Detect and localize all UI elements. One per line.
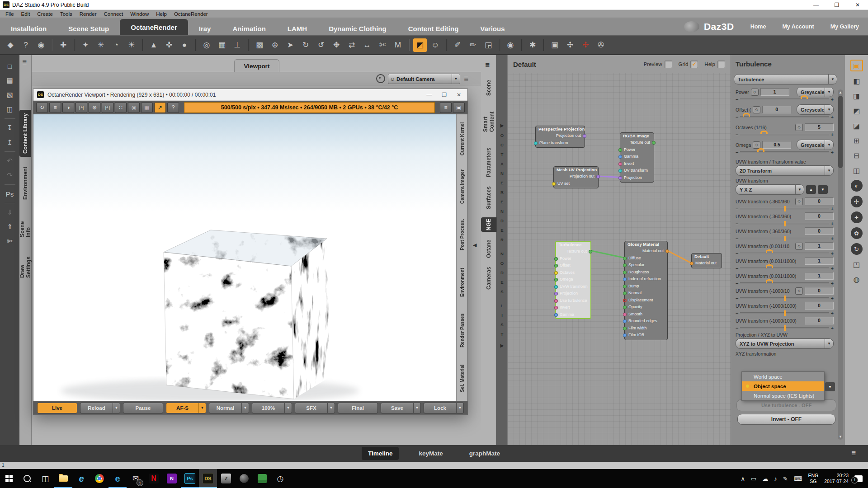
- slider-knob[interactable]: [784, 206, 786, 211]
- start-button[interactable]: [0, 469, 18, 488]
- slider-track[interactable]: [740, 116, 829, 118]
- daz-studio-icon[interactable]: ◆: [4, 38, 17, 52]
- scale-icon[interactable]: ↔: [360, 38, 374, 52]
- tab-timeline[interactable]: Timeline: [362, 447, 399, 460]
- slider-knob[interactable]: [784, 236, 786, 241]
- panel-layout-6-icon[interactable]: ⊟: [851, 150, 863, 161]
- link-home[interactable]: Home: [750, 23, 766, 30]
- workspace-icon[interactable]: ▣: [850, 60, 863, 71]
- daz-studio[interactable]: DS: [199, 469, 217, 488]
- action-center-icon[interactable]: 1: [854, 475, 863, 482]
- menu-file[interactable]: File: [2, 11, 18, 17]
- globe-icon[interactable]: ◍: [851, 274, 863, 285]
- pointer-icon[interactable]: ➤: [283, 38, 297, 52]
- slider-knob[interactable]: [784, 310, 786, 316]
- slider-knob[interactable]: [784, 221, 786, 226]
- node-default[interactable]: DefaultMaterial out: [691, 253, 722, 268]
- menu-window[interactable]: Window: [127, 11, 152, 17]
- smooth-port[interactable]: [623, 313, 627, 316]
- render-preview-icon[interactable]: ◉: [504, 38, 517, 52]
- merge-file-icon[interactable]: ▧: [4, 89, 16, 100]
- pane-tab-octane[interactable]: Octane: [481, 240, 496, 258]
- octane-tab-post-process[interactable]: Post Process.: [457, 212, 467, 257]
- chrome[interactable]: [90, 469, 108, 488]
- surface-selector-icon[interactable]: ◩: [413, 38, 427, 52]
- uv-transform-port[interactable]: [618, 169, 622, 173]
- import-icon[interactable]: ↧: [4, 122, 16, 133]
- map-selector[interactable]: Greyscale▼: [797, 140, 834, 150]
- tab-octanerender[interactable]: OctaneRender: [120, 19, 188, 35]
- search-button[interactable]: [18, 469, 36, 488]
- shading-icon[interactable]: ◑: [62, 102, 74, 113]
- keyboard-icon[interactable]: ⌨: [794, 475, 802, 482]
- key-icon[interactable]: ◇: [795, 287, 803, 295]
- add-effect-icon[interactable]: ✳: [94, 38, 108, 52]
- slider-knob[interactable]: [766, 249, 773, 253]
- scroll-up-icon[interactable]: ▲: [838, 90, 843, 94]
- gamma-port[interactable]: [618, 155, 622, 159]
- invert-port[interactable]: [618, 162, 622, 166]
- key-icon[interactable]: ◇: [795, 198, 803, 205]
- circle-icon[interactable]: ◎: [128, 102, 140, 113]
- node-rgba-image[interactable]: RGBA ImageTexture outPowerGammaInvertUV …: [620, 132, 654, 183]
- preview-checkbox[interactable]: [665, 61, 672, 68]
- grid-snap-icon[interactable]: ▩: [253, 38, 266, 52]
- minimize-icon[interactable]: —: [806, 0, 826, 9]
- pane-tab-smart-content[interactable]: Smart Content: [481, 104, 496, 132]
- edge[interactable]: e: [108, 469, 127, 488]
- photoshop-bridge-icon[interactable]: Ps: [4, 188, 16, 199]
- letter-m-icon[interactable]: M: [391, 38, 405, 52]
- key-icon[interactable]: ◇: [751, 89, 759, 96]
- menu-edit[interactable]: Edit: [18, 11, 34, 17]
- crosshair-icon[interactable]: ⊕: [89, 102, 100, 113]
- move-down-icon[interactable]: ▼: [818, 185, 828, 194]
- select-xyz-to-uvw-projection[interactable]: XYZ to UVW Projection▼: [736, 338, 834, 349]
- add-group-icon[interactable]: ✜: [162, 38, 176, 52]
- photoshop[interactable]: Ps: [181, 469, 199, 488]
- brush-icon[interactable]: ✏: [466, 38, 480, 52]
- task-view-button[interactable]: ◫: [36, 469, 54, 488]
- menu-render[interactable]: Render: [76, 11, 100, 17]
- offset-port[interactable]: [554, 264, 558, 267]
- menu-item-world-space[interactable]: World space: [742, 372, 824, 381]
- pane-collapse-arrow[interactable]: ◀: [473, 242, 476, 248]
- menu-tools[interactable]: Tools: [57, 11, 76, 17]
- panel-layout-1-icon[interactable]: ◧: [851, 75, 863, 86]
- fit-view-icon[interactable]: ◳: [75, 102, 87, 113]
- use-turbulence-port[interactable]: [554, 299, 558, 303]
- slider-knob[interactable]: [766, 279, 773, 283]
- pause-button[interactable]: Pause: [123, 403, 163, 413]
- knife-icon[interactable]: ✄: [376, 38, 389, 52]
- sidebar-tab-environment[interactable]: Environment: [19, 165, 31, 201]
- network-icon[interactable]: ▭: [751, 475, 756, 482]
- slider-knob[interactable]: [743, 113, 750, 117]
- slider-track[interactable]: [740, 297, 829, 299]
- roughness-port[interactable]: [623, 271, 627, 274]
- log-icon[interactable]: ≡: [440, 102, 452, 113]
- texture-out-port[interactable]: [589, 250, 592, 253]
- param-value[interactable]: 1: [805, 272, 834, 280]
- camera-selector[interactable]: ☺ Default Camera ▼: [388, 74, 460, 84]
- param-value[interactable]: 0: [762, 106, 791, 113]
- zbrush[interactable]: Z: [217, 469, 235, 488]
- mail[interactable]: ✉1: [127, 469, 145, 488]
- octane-tab-camera-imager[interactable]: Camera Imager: [457, 164, 467, 209]
- animation-icon[interactable]: ↻: [851, 243, 863, 255]
- param-value[interactable]: 1: [760, 88, 789, 96]
- measure-icon[interactable]: ⊥: [231, 38, 244, 52]
- render-window-titlebar[interactable]: DS OctaneRender Viewport • Rendering (92…: [33, 89, 467, 101]
- texture-out-port[interactable]: [652, 141, 656, 145]
- omega-port[interactable]: [554, 278, 558, 282]
- viewport-tab[interactable]: Viewport: [234, 59, 279, 72]
- param-value[interactable]: 1: [805, 257, 834, 265]
- use-turbulence-button[interactable]: Use turbulence - OFF: [736, 399, 836, 411]
- octane-render-icon[interactable]: ✣: [579, 38, 592, 52]
- slider-track[interactable]: [740, 267, 829, 269]
- orbit-icon[interactable]: ↺: [314, 38, 328, 52]
- panel-layout-5-icon[interactable]: ⊞: [851, 135, 863, 146]
- decimator-icon[interactable]: ✄: [4, 236, 16, 247]
- netflix[interactable]: N: [145, 469, 163, 488]
- target-icon[interactable]: ⊕: [268, 38, 282, 52]
- scrollbar[interactable]: ▲ ▼: [838, 89, 843, 440]
- key-icon[interactable]: ◇: [753, 141, 760, 149]
